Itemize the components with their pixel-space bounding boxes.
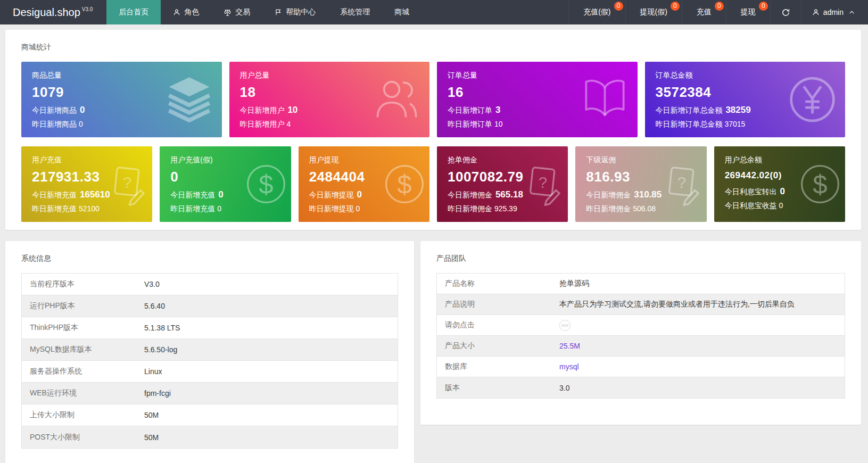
layers-icon [164,75,214,125]
stat-card: 用户总余额 269442.02(0) 今日利息宝转出 0 今日利息宝收益 0 $ [714,146,845,222]
stat-today-label: 今日利息宝转出 [725,187,777,196]
quick-action-item[interactable]: 提现(假) 0 [625,0,682,24]
quick-actions: 充值(假) 0 提现(假) 0 充值 0 提现 0 [568,0,770,24]
quick-action-label: 充值(假) [583,7,610,17]
nav-menu-item[interactable]: 角色 [161,0,211,24]
row-label: 数据库 [437,357,559,377]
nav-menu-item[interactable]: 交易 [211,0,262,24]
stat-yesterday-value: 4 [286,120,291,128]
stat-yesterday-value: 0 [217,204,221,213]
row-label: 版本 [437,378,559,398]
stat-today-value: 38259 [725,105,750,115]
stat-yesterday-value: 506.08 [633,204,656,213]
stat-card: 用户充值 217931.33 今日新增充值 165610 昨日新增充值 5210… [21,146,152,222]
row-value: V3.0 [144,275,165,294]
nav-menu-label: 系统管理 [340,7,370,17]
row-value[interactable]: 25.5M [559,336,585,355]
stat-yesterday-value: 0 [779,201,783,210]
row-label: 当前程序版本 [22,274,144,294]
nav-menu-label: 商城 [394,7,409,17]
svg-text:$: $ [259,170,273,199]
stat-yesterday-value: 37015 [724,120,745,128]
main-content: 商城统计 商品总量 1079 今日新增商品 0 昨日新增商品 0 [0,24,868,463]
dollar-icon: $ [244,162,288,206]
stat-today-label: 今日新增充值 [170,191,215,199]
flag-icon [275,9,282,16]
system-info-table: 当前程序版本 V3.0 运行PHP版本 5.6.40 ThinkPHP版本 5.… [21,273,398,449]
stat-yesterday-label: 昨日新增订单 [448,120,492,128]
stat-yesterday-label: 昨日新增充值 [32,204,77,213]
table-row: WEB运行环境 fpm-fcgi [22,383,398,404]
row-value: Linux [144,362,167,381]
stat-yesterday-label: 昨日新增用户 [240,120,285,128]
row-value[interactable]: 404 [559,320,571,331]
nav-menu-item[interactable]: 帮助中心 [262,0,328,24]
username: admin [823,8,844,16]
stat-yesterday-label: 今日利息宝收益 [725,201,777,210]
row-value: 抢单源码 [559,274,594,294]
row-value[interactable]: mysql [559,357,584,376]
stat-today-label: 今日新增佣金 [586,191,631,199]
stat-today-value: 0 [80,105,85,115]
edit-question-icon: ? [521,162,565,206]
table-row: 版本 3.0 [437,377,845,398]
stat-card: 下级返佣 816.93 今日新增佣金 310.85 昨日新增佣金 506.08 [575,146,706,222]
scales-icon [224,9,232,16]
stat-today-label: 今日新增订单 [448,106,492,114]
nav-menu-item[interactable]: 商城 [382,0,421,24]
row-value: 本产品只为学习测试交流,请勿要做商业或者用于违法行为,一切后果自负 [559,294,800,315]
nav-menu-item[interactable]: 系统管理 [328,0,382,24]
top-navbar: Desigual.shop V3.0 后台首页 角色 [0,0,868,24]
stat-today-value: 10 [287,105,297,115]
stat-yesterday-label: 昨日新增佣金 [586,204,631,213]
dollar-icon: $ [798,162,842,206]
stat-today-label: 今日新增商品 [32,106,77,114]
stats-panel: 商城统计 商品总量 1079 今日新增商品 0 昨日新增商品 0 [5,30,861,230]
table-row: 数据库 mysql [437,357,845,377]
nav-menu-label: 角色 [184,7,199,17]
table-row: 当前程序版本 V3.0 [22,274,398,295]
nav-menu-item[interactable]: 后台首页 [106,0,161,24]
row-label: POST大小限制 [22,427,144,448]
quick-action-item[interactable]: 充值(假) 0 [568,0,625,24]
edit-question-icon: ? [660,162,704,206]
edit-question-icon: ? [105,162,149,206]
row-label: ThinkPHP版本 [22,318,144,338]
stats-section-title: 商城统计 [16,40,850,52]
row-label: WEB运行环境 [22,383,144,403]
row-label: 产品名称 [437,274,559,294]
table-row: 运行PHP版本 5.6.40 [22,295,398,317]
system-info-panel: 系统信息 当前程序版本 V3.0 运行PHP版本 5.6.40 ThinkPHP… [5,241,414,463]
quick-action-item[interactable]: 提现 0 [726,0,770,24]
stat-today-value: 565.18 [495,189,523,200]
table-row: 产品大小 25.5M [437,336,845,357]
table-row: 产品说明 本产品只为学习测试交流,请勿要做商业或者用于违法行为,一切后果自负 [437,294,845,315]
stat-yesterday-value: 925.39 [494,204,517,213]
brand-logo[interactable]: Desigual.shop V3.0 [0,0,106,24]
notification-badge: 0 [671,2,680,11]
table-row: POST大小限制 50M [22,426,398,448]
stat-yesterday-label: 昨日新增佣金 [448,204,492,213]
users-icon [371,75,422,125]
row-value: 5.6.40 [144,296,170,316]
brand-version: V3.0 [82,6,93,12]
table-row: 服务器操作系统 Linux [22,361,398,383]
svg-text:?: ? [123,173,131,191]
svg-text:$: $ [813,170,827,199]
quick-action-item[interactable]: 充值 0 [682,0,726,24]
svg-text:$: $ [397,170,411,199]
product-team-title: 产品团队 [431,252,850,263]
user-icon [812,9,820,16]
refresh-button[interactable] [770,0,801,24]
stat-card: 订单总量 16 今日新增订单 3 昨日新增订单 10 [437,62,638,137]
stat-yesterday-value: 10 [494,120,503,128]
stat-card: 用户充值(假) 0 今日新增充值 0 昨日新增充值 0 $ [160,146,291,222]
row-value: 5.1.38 LTS [144,318,185,337]
stat-yesterday-value: 52100 [79,204,100,213]
stat-today-label: 今日新增提现 [309,191,354,199]
stat-yesterday-value: 0 [79,120,83,128]
system-info-title: 系统信息 [16,252,403,263]
stat-yesterday-label: 昨日新增提现 [309,204,354,213]
main-menu: 后台首页 角色 [106,0,421,24]
user-menu[interactable]: admin [801,0,868,24]
